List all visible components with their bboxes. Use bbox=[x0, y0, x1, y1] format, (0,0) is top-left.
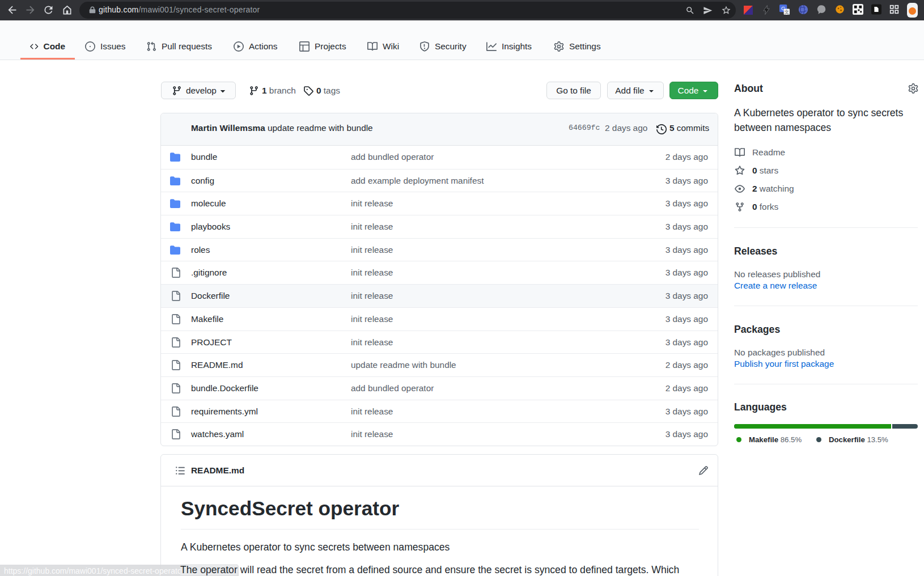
svg-text:文: 文 bbox=[785, 9, 790, 15]
